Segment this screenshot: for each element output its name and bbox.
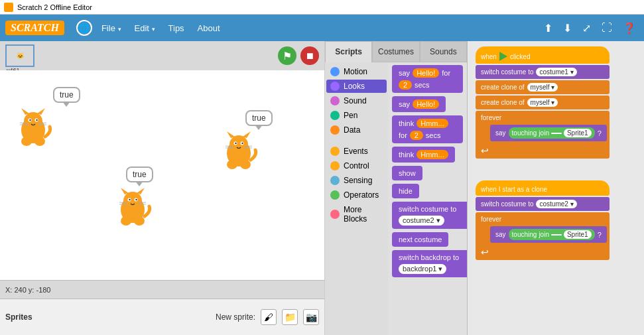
tips-menu[interactable]: Tips (164, 21, 188, 36)
category-motion[interactable]: Motion (326, 65, 387, 78)
category-sound[interactable]: Sound (326, 94, 387, 107)
category-sensing[interactable]: Sensing (326, 174, 387, 187)
category-data[interactable]: Data (326, 123, 387, 137)
block-create-clone-2[interactable]: create clone of myself ▾ (476, 96, 610, 109)
stage-area: 🐱 v461 ⚑ ⏹ true (0, 41, 325, 335)
category-operators[interactable]: Operators (326, 188, 387, 202)
svg-point-27 (240, 160, 251, 169)
svg-marker-2 (21, 108, 29, 115)
main-area: 🐱 v461 ⚑ ⏹ true (0, 41, 644, 335)
block-say-hello[interactable]: say Hello! (392, 96, 446, 112)
upload-icon[interactable]: ⬆ (541, 21, 555, 36)
block-say-hello-secs[interactable]: say Hello! for 2 secs (392, 65, 463, 93)
edit-menu[interactable]: Edit ▾ (131, 21, 159, 36)
svg-marker-31 (137, 188, 145, 194)
help-icon[interactable]: ❓ (620, 21, 639, 36)
svg-point-1 (24, 112, 42, 131)
svg-point-6 (29, 119, 31, 121)
stop-button[interactable]: ⏹ (300, 46, 319, 65)
speech-bubble-3: true (126, 167, 153, 182)
svg-marker-16 (227, 131, 235, 138)
block-hide[interactable]: hide (392, 184, 419, 198)
block-next-costume[interactable]: next costume (392, 232, 448, 247)
coordinates: X: 240 y: -180 (5, 286, 51, 294)
forever-block-2[interactable]: forever say touching join Sprite1 ? ↩ (476, 212, 610, 260)
fullscreen-icon[interactable]: ⤢ (580, 21, 594, 36)
tab-scripts[interactable]: Scripts (325, 41, 372, 62)
category-events[interactable]: Events (326, 145, 387, 158)
stage-frame-button[interactable]: 🐱 v461 (5, 44, 34, 67)
speech-bubble-1: true (53, 87, 80, 103)
block-create-clone-1[interactable]: create clone of myself ▾ (476, 80, 610, 94)
svg-marker-30 (121, 188, 129, 194)
about-menu[interactable]: About (194, 21, 224, 36)
svg-point-7 (36, 119, 37, 121)
new-sprite-label: New sprite: (216, 312, 255, 322)
expand-icon[interactable]: ⛶ (599, 21, 615, 35)
upload-sprite-button[interactable]: 📁 (282, 309, 298, 325)
block-switch-costume[interactable]: switch costume to costume2 ▾ (392, 202, 467, 229)
download-icon[interactable]: ⬇ (560, 21, 574, 36)
paint-sprite-button[interactable]: 🖌 (261, 309, 277, 325)
scratch-logo: SCRATCH (5, 21, 64, 35)
join-block-1: touching join Sprite1 (509, 127, 595, 139)
svg-point-41 (134, 216, 145, 226)
svg-point-29 (123, 192, 142, 210)
blocks-panel: Scripts Costumes Sounds Motion Looks Sou… (325, 41, 468, 335)
join-block-2: touching join Sprite1 (509, 229, 595, 240)
svg-point-12 (21, 137, 32, 146)
blocks-list: say Hello! for 2 secs say Hello! think H… (388, 62, 467, 335)
svg-point-13 (34, 137, 45, 146)
svg-point-21 (241, 143, 243, 144)
script-2: when I start as a clone switch costume t… (476, 180, 610, 260)
cat-sprite-2 (219, 130, 259, 170)
svg-marker-17 (243, 131, 251, 138)
block-say-touching-1[interactable]: say touching join Sprite1 ? (490, 125, 607, 141)
svg-point-26 (227, 160, 237, 169)
script-1: when clicked switch costume to costume1 … (476, 46, 610, 159)
language-button[interactable]: 🌐 (76, 20, 92, 36)
flag-icon (499, 52, 507, 61)
svg-point-35 (135, 199, 137, 200)
sprites-label: Sprites (5, 312, 32, 322)
hat-when-clone[interactable]: when I start as a clone (476, 180, 610, 196)
block-show[interactable]: show (392, 166, 422, 180)
speech-bubble-2: true (245, 110, 273, 126)
green-flag-button[interactable]: ⚑ (278, 46, 296, 65)
svg-point-34 (129, 199, 130, 200)
block-think-hmm-secs[interactable]: think Hmm... for 2 secs (392, 115, 463, 143)
svg-point-15 (229, 135, 248, 154)
forever-block-1[interactable]: forever say touching join Sprite1 ? ↩ (476, 111, 610, 159)
title-bar: Scratch 2 Offline Editor (0, 0, 644, 15)
block-switch-costume-1[interactable]: switch costume to costume1 ▾ (476, 65, 610, 79)
stage-toolbar: 🐱 v461 ⚑ ⏹ (0, 41, 324, 70)
category-control[interactable]: Control (326, 159, 387, 172)
window-title: Scratch 2 Offline Editor (17, 3, 92, 11)
block-think-hmm[interactable]: think Hmm... (392, 147, 455, 163)
svg-marker-3 (37, 108, 45, 115)
menu-bar: SCRATCH 🌐 File ▾ Edit ▾ Tips About ⬆ ⬇ ⤢… (0, 15, 644, 41)
svg-point-20 (235, 143, 236, 144)
block-switch-backdrop[interactable]: switch backdrop to backdrop1 ▾ (392, 250, 467, 277)
app-icon (4, 3, 13, 12)
stage-footer: X: 240 y: -180 (0, 280, 324, 299)
cat-sprite-1 (13, 107, 53, 147)
camera-sprite-button[interactable]: 📷 (303, 309, 319, 325)
cat-sprite-3 (113, 186, 153, 226)
file-menu[interactable]: File ▾ (97, 21, 125, 36)
stage-canvas[interactable]: true (0, 70, 324, 280)
block-say-touching-2[interactable]: say touching join Sprite1 ? (490, 226, 607, 243)
category-list: Motion Looks Sound Pen Data (325, 62, 388, 335)
tab-sounds[interactable]: Sounds (420, 41, 467, 62)
hat-when-clicked[interactable]: when clicked (476, 46, 610, 64)
sprites-panel: Sprites New sprite: 🖌 📁 📷 (0, 299, 324, 335)
scripts-tabs: Scripts Costumes Sounds (325, 41, 467, 62)
category-pen[interactable]: Pen (326, 109, 387, 122)
tab-costumes[interactable]: Costumes (372, 41, 419, 62)
category-more-blocks[interactable]: More Blocks (326, 203, 387, 226)
block-switch-costume-2[interactable]: switch costume to costume2 ▾ (476, 197, 610, 211)
script-area[interactable]: when clicked switch costume to costume1 … (468, 41, 644, 335)
svg-point-40 (121, 216, 131, 226)
category-looks[interactable]: Looks (326, 80, 387, 93)
